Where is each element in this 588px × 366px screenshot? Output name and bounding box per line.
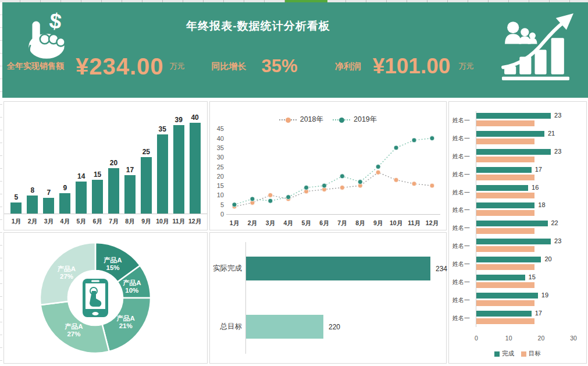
- data-point: [430, 183, 434, 188]
- bar-6月: [92, 180, 103, 214]
- bar-target: [476, 157, 534, 162]
- x-tick-label: 2月: [24, 218, 41, 226]
- legend-item: 目标: [521, 350, 541, 358]
- row-label: 姓名一: [452, 201, 476, 219]
- row-bars: 22: [476, 219, 583, 237]
- y-tick-label: 35: [217, 144, 224, 151]
- series-line-2018年: [234, 172, 432, 207]
- x-tick-label: 12月: [426, 219, 439, 226]
- row-bars: 23: [476, 111, 583, 129]
- bar-value-label: 15: [94, 170, 101, 179]
- target-vs-actual-chart[interactable]: 实际完成234总目标220: [209, 232, 447, 364]
- table-row: 姓名一22: [452, 219, 583, 237]
- bar-done: [476, 185, 528, 191]
- bar-column: 8: [24, 186, 41, 214]
- x-tick-label: 11月: [408, 219, 420, 226]
- bar-2月: [27, 196, 38, 214]
- person-target-bar-chart[interactable]: 姓名一23姓名一21姓名一23姓名一17姓名一16姓名一18姓名一22姓名一23…: [448, 101, 587, 364]
- legend-marker: [339, 118, 344, 123]
- legend-line: [333, 119, 350, 120]
- series-line-2019年: [234, 138, 432, 205]
- bar-target: [476, 120, 534, 126]
- kpi-row: 全年实现销售额 ¥234.00 万元 同比增长 35% 净利润 ¥101.00 …: [2, 51, 489, 81]
- y-tick-label: 30: [217, 154, 224, 161]
- bar-target: [476, 228, 534, 234]
- x-tick-label: 6月: [319, 219, 329, 226]
- row-bars: 23: [476, 147, 583, 165]
- bar-done: [476, 221, 548, 226]
- bar-target: [476, 210, 534, 216]
- x-tick-label: 5月: [73, 218, 90, 226]
- bar-value-label: 23: [554, 237, 561, 244]
- row-label: 实际完成: [210, 257, 242, 280]
- data-point: [430, 136, 434, 141]
- bar-done: [476, 311, 532, 317]
- table-row: 姓名一23: [452, 147, 583, 165]
- bar-target: [476, 300, 534, 306]
- data-point: [304, 185, 309, 190]
- x-tick-label: 4月: [57, 218, 73, 226]
- data-point: [340, 174, 344, 179]
- bar-value-label: 16: [532, 184, 539, 191]
- phone-touch-icon: [83, 279, 108, 317]
- kpi-growth-value: 35%: [262, 56, 298, 77]
- row-bars: 21: [476, 129, 583, 147]
- row-bars: 17: [476, 309, 583, 327]
- bar-5月: [76, 182, 87, 214]
- bar-value-label: 17: [535, 310, 542, 317]
- row-label: 总目标: [210, 315, 242, 339]
- bar-column: 40: [187, 113, 203, 214]
- bar-column: 7: [41, 189, 57, 214]
- y-tick-label: 40: [217, 135, 224, 142]
- bar-9月: [141, 157, 152, 214]
- x-tick-label: 7月: [106, 218, 122, 226]
- row-label: 姓名一: [452, 111, 476, 129]
- x-axis-labels: 1月2月3月4月5月6月7月8月9月10月11月12月: [4, 218, 207, 226]
- kpi-growth-label: 同比增长: [212, 61, 247, 72]
- slice-label: 产品A27%: [57, 265, 76, 280]
- dashboard-header: $ 年终报表-数据统计分析看板 全年实现销售额 ¥234.00 万元 同比增长 …: [2, 2, 588, 98]
- table-row: 姓名一17: [452, 165, 583, 183]
- table-row: 姓名一21: [452, 129, 583, 147]
- legend-label: 2019年: [354, 115, 377, 125]
- bar-value-label: 40: [191, 113, 198, 122]
- x-tick-label: 4月: [284, 219, 293, 226]
- data-point: [376, 170, 380, 175]
- name-chart-legend: 完成目标: [449, 350, 586, 358]
- x-tick-label: 5月: [301, 219, 311, 226]
- kpi-profit-label: 净利润: [335, 61, 361, 72]
- bar-value-label: 17: [126, 166, 134, 174]
- row-label: 姓名一: [452, 183, 476, 201]
- x-tick-label: 10: [505, 335, 512, 342]
- kpi-sales-label: 全年实现销售额: [7, 61, 64, 72]
- yearly-trend-line-chart[interactable]: 2018年2019年 0510152025303540451月2月3月4月5月6…: [209, 101, 447, 230]
- bar-done: [476, 131, 544, 137]
- bar-target: [476, 138, 534, 144]
- bar-1月: [10, 202, 22, 214]
- row-bars: 18: [476, 201, 583, 219]
- product-share-donut-chart[interactable]: 产品A15%产品A10%产品A21%产品A27%产品A27%: [3, 232, 208, 364]
- x-tick-label: 6月: [90, 218, 106, 226]
- slice-label: 产品A10%: [122, 279, 141, 294]
- bar-value-label: 14: [77, 172, 85, 180]
- bar-column: 20: [106, 159, 122, 214]
- bar-target: [476, 246, 534, 252]
- bar-value-label: 20: [110, 159, 117, 167]
- row-bars: 20: [476, 255, 583, 273]
- bar-column: 39: [170, 116, 187, 214]
- table-row: 姓名一18: [452, 201, 583, 219]
- x-tick-label: 7月: [337, 219, 347, 226]
- row-bars: 19: [476, 291, 583, 309]
- x-tick-label: 2月: [248, 219, 257, 226]
- y-tick-label: 45: [217, 125, 224, 132]
- x-tick-label: 8月: [122, 218, 138, 226]
- monthly-bar-chart[interactable]: 587914152017253539401月2月3月4月5月6月7月8月9月10…: [3, 101, 208, 230]
- bar-column: 25: [138, 148, 154, 214]
- row-label: 姓名一: [452, 219, 476, 237]
- kpi-profit-value: ¥101.00: [373, 54, 451, 79]
- bar-value-label: 5: [15, 193, 19, 201]
- bar-column: 17: [122, 166, 138, 214]
- kpi-profit-unit: 万元: [458, 61, 473, 72]
- x-tick-label: 11月: [170, 218, 187, 226]
- people-growth-chart-icon: [497, 12, 576, 88]
